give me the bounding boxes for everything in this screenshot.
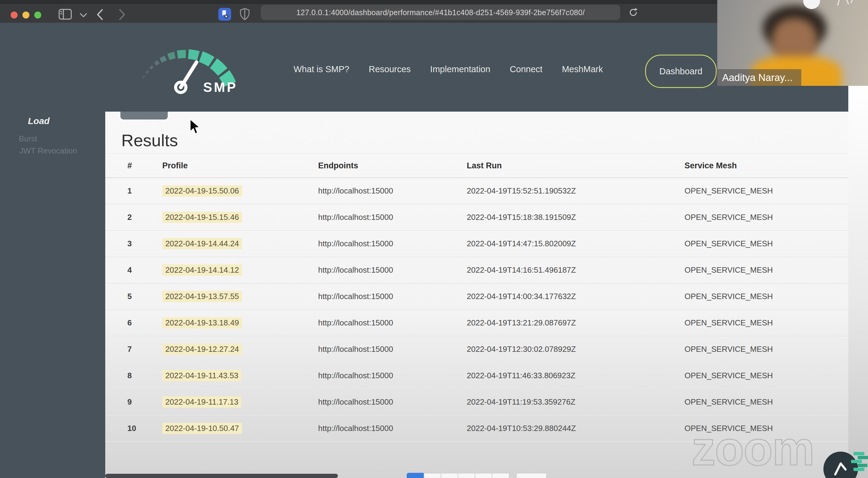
endpoint-cell: http://localhost:15000 — [318, 265, 467, 275]
col-header-profile: Profile — [162, 161, 318, 170]
fullscreen-window-button[interactable] — [34, 11, 41, 19]
service-mesh-cell: OPEN_SERVICE_MESH — [684, 239, 832, 248]
sidebar-toggle-icon[interactable] — [58, 8, 73, 20]
close-window-button[interactable] — [11, 11, 18, 19]
profile-cell[interactable]: 2022-04-19-14.14.12 — [162, 264, 318, 276]
profile-cell[interactable]: 2022-04-19-13.18.49 — [162, 317, 318, 328]
page-button-2[interactable]: 2 — [424, 473, 441, 478]
page-button-1[interactable]: 1 — [407, 473, 424, 478]
table-row[interactable]: 2 2022-04-19-15.15.46 http://localhost:1… — [105, 204, 848, 231]
horizontal-scrollbar-thumb[interactable] — [105, 474, 338, 478]
profile-highlighted-text: 2022-04-19-13.57.55 — [162, 291, 242, 302]
nav-resources[interactable]: Resources — [369, 64, 411, 74]
service-mesh-cell: OPEN_SERVICE_MESH — [684, 186, 832, 196]
endpoint-cell: http://localhost:15000 — [318, 213, 467, 222]
nav-what-is-smp[interactable]: What is SMP? — [293, 64, 349, 74]
nav-connect[interactable]: Connect — [510, 64, 542, 74]
profile-cell[interactable]: 2022-04-19-10.50.47 — [162, 423, 318, 434]
mouse-cursor — [190, 119, 202, 135]
service-mesh-cell: OPEN_SERVICE_MESH — [684, 292, 832, 301]
webcam-video-tile[interactable]: Aaditya Naray... — [717, 0, 868, 86]
next-page-button[interactable]: Next — [516, 473, 547, 478]
nav-meshmark[interactable]: MeshMark — [562, 64, 603, 74]
profile-highlighted-text: 2022-04-19-15.15.46 — [162, 212, 242, 223]
page-button-…[interactable]: … — [475, 473, 492, 478]
reload-icon[interactable] — [628, 7, 639, 18]
results-title: Results — [121, 130, 178, 150]
endpoint-cell: http://localhost:15000 — [318, 292, 467, 301]
row-number: 2 — [127, 213, 162, 222]
last-run-cell: 2022-04-19T10:53:29.880244Z — [467, 424, 684, 433]
nav-dashboard-button[interactable]: Dashboard — [645, 55, 717, 88]
service-mesh-cell: OPEN_SERVICE_MESH — [684, 213, 832, 222]
profile-cell[interactable]: 2022-04-19-15.15.46 — [162, 212, 318, 223]
row-number: 1 — [127, 186, 162, 196]
last-run-cell: 2022-04-19T11:19:53.359276Z — [467, 397, 684, 407]
profile-highlighted-text: 2022-04-19-11.17.13 — [162, 396, 241, 408]
zoom-watermark: zoom — [691, 421, 814, 476]
minimize-window-button[interactable] — [23, 11, 29, 19]
profile-cell[interactable]: 2022-04-19-15.50.06 — [162, 185, 318, 196]
table-row[interactable]: 6 2022-04-19-13.18.49 http://localhost:1… — [105, 310, 848, 337]
sidebar-item-jwt-revocation[interactable]: JWT Revocation — [20, 146, 77, 156]
table-row[interactable]: 3 2022-04-19-14.44.24 http://localhost:1… — [105, 231, 848, 257]
results-table: # Profile Endpoints Last Run Service Mes… — [105, 153, 848, 442]
row-number: 4 — [127, 265, 162, 275]
profile-cell[interactable]: 2022-04-19-13.57.55 — [162, 291, 318, 302]
page-button-4[interactable]: 4 — [458, 473, 475, 478]
profile-highlighted-text: 2022-04-19-10.50.47 — [162, 423, 242, 434]
row-number: 8 — [127, 371, 162, 380]
clipped-overlay-scribble — [837, 0, 855, 7]
endpoint-cell: http://localhost:15000 — [318, 424, 467, 433]
last-run-cell: 2022-04-19T15:18:38.191509Z — [467, 213, 684, 222]
smp-speedometer-logo[interactable]: SMP — [127, 42, 258, 95]
browser-scrollbar-track[interactable] — [848, 86, 868, 478]
service-mesh-cell: OPEN_SERVICE_MESH — [684, 345, 832, 354]
table-row[interactable]: 4 2022-04-19-14.14.12 http://localhost:1… — [105, 257, 848, 284]
profile-cell[interactable]: 2022-04-19-12.27.24 — [162, 344, 318, 355]
last-run-cell: 2022-04-19T11:46:33.806923Z — [467, 371, 684, 380]
table-row[interactable]: 1 2022-04-19-15.50.06 http://localhost:1… — [105, 178, 848, 204]
page-button-272[interactable]: 272 — [492, 473, 509, 478]
service-mesh-cell: OPEN_SERVICE_MESH — [684, 265, 832, 275]
table-row[interactable]: 5 2022-04-19-13.57.55 http://localhost:1… — [105, 284, 848, 310]
sidebar-item-load[interactable]: Load — [28, 116, 50, 126]
nav-implementation[interactable]: Implementation — [430, 64, 490, 74]
results-table-body: 1 2022-04-19-15.50.06 http://localhost:1… — [105, 178, 848, 442]
privacy-shield-icon[interactable] — [239, 8, 250, 21]
table-row[interactable]: 8 2022-04-19-11.43.53 http://localhost:1… — [105, 363, 848, 389]
chevron-down-icon[interactable] — [80, 13, 87, 18]
card-top-tab[interactable] — [120, 111, 168, 120]
participant-name-label: Aaditya Naray... — [717, 69, 801, 86]
profile-cell[interactable]: 2022-04-19-11.17.13 — [162, 396, 318, 408]
col-header-endpoints: Endpoints — [318, 161, 467, 170]
layered-s-logo — [851, 452, 868, 471]
svg-text:SMP: SMP — [203, 80, 238, 95]
row-number: 7 — [127, 345, 162, 354]
endpoint-cell: http://localhost:15000 — [318, 371, 467, 380]
service-mesh-cell: OPEN_SERVICE_MESH — [684, 371, 832, 380]
back-button[interactable] — [96, 8, 104, 21]
password-extension-icon[interactable] — [218, 8, 231, 21]
endpoint-cell: http://localhost:15000 — [318, 318, 467, 327]
url-text: 127.0.0.1:4000/dashboard/performance/#41… — [296, 8, 585, 17]
table-row[interactable]: 7 2022-04-19-12.27.24 http://localhost:1… — [105, 337, 848, 363]
profile-highlighted-text: 2022-04-19-12.27.24 — [162, 344, 242, 355]
endpoint-cell: http://localhost:15000 — [318, 239, 467, 248]
profile-cell[interactable]: 2022-04-19-11.43.53 — [162, 370, 318, 381]
row-number: 6 — [127, 318, 162, 327]
screen: 127.0.0.1:4000/dashboard/performance/#41… — [0, 0, 868, 478]
smp-floating-badge-icon[interactable] — [821, 450, 868, 478]
table-row[interactable]: 9 2022-04-19-11.17.13 http://localhost:1… — [105, 389, 848, 416]
forward-button[interactable] — [118, 8, 126, 21]
profile-highlighted-text: 2022-04-19-13.18.49 — [162, 317, 242, 328]
sidebar-item-burst[interactable]: Burst — [19, 134, 37, 144]
row-number: 3 — [127, 239, 162, 248]
address-bar[interactable]: 127.0.0.1:4000/dashboard/performance/#41… — [261, 5, 620, 20]
profile-cell[interactable]: 2022-04-19-14.44.24 — [162, 238, 318, 249]
page-button-3[interactable]: 3 — [441, 473, 458, 478]
last-run-cell: 2022-04-19T13:21:29.087697Z — [467, 318, 684, 327]
col-header-num: # — [127, 161, 162, 170]
endpoint-cell: http://localhost:15000 — [318, 397, 467, 407]
row-number: 5 — [127, 292, 162, 301]
